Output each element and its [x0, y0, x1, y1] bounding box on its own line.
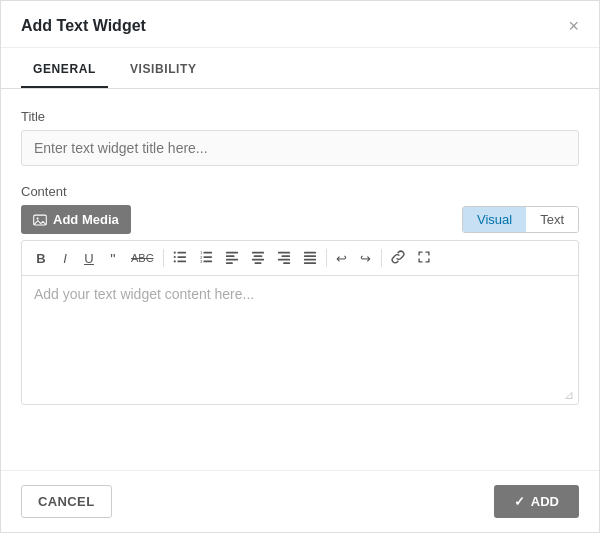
add-text-widget-modal: Add Text Widget × GENERAL VISIBILITY Tit…: [0, 0, 600, 533]
svg-rect-27: [304, 255, 316, 257]
modal-body: Title Content Add Media Visual Text B: [1, 89, 599, 454]
format-justify-button[interactable]: [298, 247, 322, 269]
editor-container: B I U " ABC 123: [21, 240, 579, 405]
svg-rect-15: [226, 255, 235, 257]
svg-rect-2: [177, 252, 186, 254]
close-button[interactable]: ×: [568, 17, 579, 35]
resize-icon: ⊿: [564, 388, 574, 402]
format-strikethrough-button[interactable]: ABC: [126, 250, 159, 267]
format-ol-button[interactable]: 123: [194, 247, 218, 269]
view-visual-button[interactable]: Visual: [463, 207, 526, 232]
format-ul-button[interactable]: [168, 247, 192, 269]
svg-rect-19: [253, 255, 262, 257]
tab-bar: GENERAL VISIBILITY: [1, 48, 599, 89]
formatting-toolbar: B I U " ABC 123: [22, 241, 578, 276]
modal-title: Add Text Widget: [21, 17, 146, 35]
add-media-label: Add Media: [53, 212, 119, 227]
add-media-icon: [33, 213, 47, 227]
svg-rect-4: [177, 261, 186, 263]
svg-point-5: [173, 252, 175, 254]
add-label: ADD: [531, 494, 559, 509]
toolbar-separator-1: [163, 249, 164, 267]
modal-header: Add Text Widget ×: [1, 1, 599, 48]
svg-rect-24: [278, 259, 290, 261]
svg-text:3: 3: [200, 259, 203, 264]
svg-rect-21: [254, 262, 261, 264]
cancel-button[interactable]: CANCEL: [21, 485, 112, 518]
svg-rect-14: [226, 252, 238, 254]
tab-general[interactable]: GENERAL: [21, 48, 108, 88]
svg-rect-22: [278, 252, 290, 254]
modal-footer: CANCEL ✓ ADD: [1, 470, 599, 532]
add-media-button[interactable]: Add Media: [21, 205, 131, 234]
format-italic-button[interactable]: I: [54, 249, 76, 268]
svg-rect-16: [226, 259, 238, 261]
format-fullscreen-button[interactable]: [412, 247, 436, 269]
add-button[interactable]: ✓ ADD: [494, 485, 579, 518]
title-input[interactable]: [21, 130, 579, 166]
format-underline-button[interactable]: U: [78, 249, 100, 268]
content-label: Content: [21, 184, 579, 199]
svg-rect-17: [226, 262, 233, 264]
svg-rect-26: [304, 252, 316, 254]
toolbar-separator-3: [381, 249, 382, 267]
format-undo-button[interactable]: ↩: [331, 249, 353, 268]
format-bold-button[interactable]: B: [30, 249, 52, 268]
format-align-right-button[interactable]: [272, 247, 296, 269]
svg-rect-25: [283, 262, 290, 264]
toolbar-separator-2: [326, 249, 327, 267]
view-text-button[interactable]: Text: [526, 207, 578, 232]
svg-point-6: [173, 256, 175, 258]
resize-handle[interactable]: ⊿: [22, 386, 578, 404]
editor-content-area[interactable]: Add your text widget content here...: [22, 276, 578, 386]
svg-rect-28: [304, 259, 316, 261]
checkmark-icon: ✓: [514, 494, 525, 509]
tab-visibility[interactable]: VISIBILITY: [118, 48, 209, 88]
svg-rect-18: [252, 252, 264, 254]
svg-rect-10: [203, 261, 212, 263]
format-link-button[interactable]: [386, 247, 410, 269]
svg-rect-23: [281, 255, 290, 257]
format-align-center-button[interactable]: [246, 247, 270, 269]
content-toolbar-top: Add Media Visual Text: [21, 205, 579, 234]
format-blockquote-button[interactable]: ": [102, 248, 124, 269]
svg-rect-20: [252, 259, 264, 261]
svg-point-7: [173, 260, 175, 262]
svg-point-1: [37, 217, 39, 219]
svg-rect-29: [304, 262, 316, 264]
view-toggle: Visual Text: [462, 206, 579, 233]
svg-rect-3: [177, 256, 186, 258]
format-redo-button[interactable]: ↪: [355, 249, 377, 268]
svg-rect-9: [203, 256, 212, 258]
format-align-left-button[interactable]: [220, 247, 244, 269]
editor-placeholder: Add your text widget content here...: [34, 286, 254, 302]
title-label: Title: [21, 109, 579, 124]
svg-rect-8: [203, 252, 212, 254]
